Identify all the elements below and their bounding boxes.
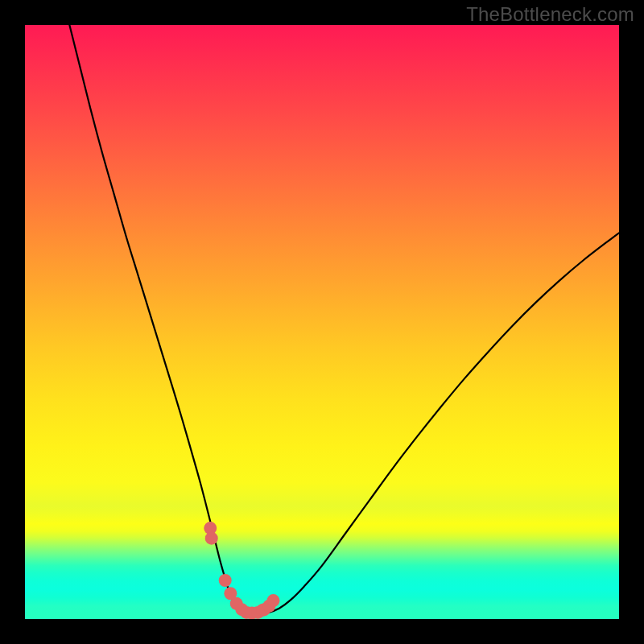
curve-layer (25, 25, 619, 619)
highlight-dot (266, 594, 279, 607)
highlight-dot (205, 532, 218, 545)
highlight-dot (219, 574, 232, 587)
chart-frame: TheBottleneck.com (0, 0, 644, 644)
bottleneck-curve (69, 25, 619, 614)
highlight-dots (204, 522, 279, 619)
watermark-text: TheBottleneck.com (466, 3, 634, 26)
plot-area (25, 25, 619, 619)
